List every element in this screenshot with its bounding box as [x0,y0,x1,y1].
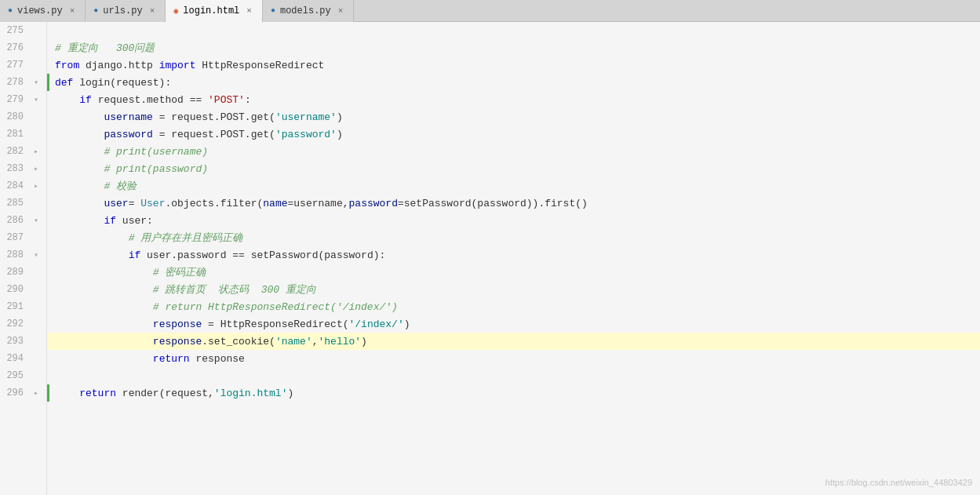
code-line-281: password = request.POST.get( 'password' … [47,126,980,143]
indent-288 [55,249,129,261]
indent-283 [55,163,104,175]
tab-label-urls-py: urls.py [103,5,142,16]
fold-283[interactable]: ▸ [30,164,42,173]
indent-285 [55,198,104,209]
fold-278[interactable]: ▾ [30,78,42,87]
line-gutter: 275 276 277 278 ▾ 279 ▾ 280 281 282 [0,22,47,495]
string-279: 'POST' [208,94,245,106]
code-line-282: # print(username) [47,143,980,160]
kw-return-296: return [79,388,116,399]
tab-close-views-py[interactable]: × [67,5,78,16]
tab-urls-py[interactable]: ● urls.py × [86,0,166,22]
gutter-row-286: 286 ▾ [0,212,46,229]
gutter-row-291: 291 [0,298,46,315]
indent-287 [55,232,129,244]
code-area[interactable]: # 重定向 300问题 from django.http import Http… [47,22,980,495]
comment-289: # 密码正确 [153,265,206,279]
kw-from-277: from [55,60,79,71]
plain-286: user: [116,215,153,227]
plain-296b: ) [287,388,293,399]
tab-views-py[interactable]: ● views.py × [0,0,86,22]
indent-294 [55,353,153,365]
gutter-row-294: 294 [0,350,46,367]
gutter-row-275: 275 [0,22,46,39]
fold-288[interactable]: ▾ [30,250,42,260]
tab-models-py[interactable]: ● models.py × [263,0,354,22]
gutter-row-293: 293 [0,333,46,350]
plain-278: login(request): [73,77,171,89]
string-password-281: 'password' [275,129,337,140]
comment-287: # 用户存在并且密码正确 [129,231,243,245]
kw-import-277: import [159,60,196,71]
gutter-row-296: 296 ▸ [0,384,46,402]
line-num-280: 280 [0,111,30,122]
code-line-292: response = HttpResponseRedirect( '/index… [47,315,980,333]
code-line-296: return render(request, 'login.html' ) [47,384,980,402]
plain-277a: django.http [79,60,158,71]
tab-icon-urls-py: ● [93,6,98,15]
comment-291: # return HttpResponseRedirect('/index/') [153,301,398,313]
tab-icon-views-py: ● [8,6,13,15]
kw-if-286: if [104,215,116,227]
line-num-296: 296 [0,388,30,399]
code-line-285: user = User .objects.filter( name =usern… [47,195,980,212]
line-num-276: 276 [0,42,30,53]
line-num-294: 294 [0,353,30,364]
line-num-277: 277 [0,60,30,71]
left-bar-296 [47,384,49,402]
plain-293a: .set_cookie( [202,336,275,348]
comment-290: # 跳转首页 状态码 300 重定向 [153,282,316,297]
fold-286[interactable]: ▾ [30,216,42,225]
line-num-275: 275 [0,25,30,36]
var-response-293: response [153,336,202,348]
indent-279 [55,94,79,106]
comment-282: # print(username) [104,146,208,158]
editor: 275 276 277 278 ▾ 279 ▾ 280 281 282 [0,22,980,495]
fold-282[interactable]: ▸ [30,147,42,156]
line-num-282: 282 [0,146,30,157]
left-bar-278 [47,74,49,91]
tab-close-login-html[interactable]: × [244,5,254,16]
tab-label-views-py: views.py [17,5,63,16]
gutter-row-278: 278 ▾ [0,74,46,91]
indent-284 [55,180,104,192]
string-index-292: '/index/' [348,318,403,330]
tab-login-html[interactable]: ◉ login.html × [166,0,263,22]
var-user-285: user [104,198,128,209]
comment-283: # print(password) [104,163,208,175]
gutter-row-284: 284 ▸ [0,177,46,195]
gutter-row-285: 285 [0,195,46,212]
code-line-286: if user: [47,212,980,229]
string-username-280: 'username' [275,111,337,123]
string-hello-293: 'hello' [319,336,362,348]
tab-close-urls-py[interactable]: × [148,5,158,16]
code-line-276: # 重定向 300问题 [47,39,980,56]
indent-289 [55,267,153,278]
plain-285a: = [129,198,141,209]
gutter-row-281: 281 [0,126,46,143]
fold-284[interactable]: ▸ [30,181,42,191]
line-num-285: 285 [0,198,30,209]
fold-279[interactable]: ▾ [30,95,42,104]
gutter-row-280: 280 [0,108,46,126]
plain-292b: ) [404,318,410,330]
code-line-283: # print(password) [47,160,980,177]
tab-bar: ● views.py × ● urls.py × ◉ login.html × … [0,0,980,22]
class-user-285: User [140,198,165,209]
plain-281b: ) [337,129,343,140]
plain-279: request.method == [92,94,208,106]
gutter-row-283: 283 ▸ [0,160,46,177]
plain-294: response [190,353,245,365]
gutter-row-277: 277 [0,56,46,74]
indent-282 [55,146,104,158]
tab-close-models-py[interactable]: × [336,5,346,16]
kw-def-278: def [55,77,73,89]
line-num-284: 284 [0,180,30,191]
indent-296 [55,388,79,399]
gutter-row-279: 279 ▾ [0,91,46,108]
var-username-280: username [104,111,152,123]
plain-281a: = request.POST.get( [153,129,275,140]
fold-296[interactable]: ▸ [30,388,42,398]
var-response-292: response [153,318,202,330]
kw-if-288: if [129,249,141,261]
